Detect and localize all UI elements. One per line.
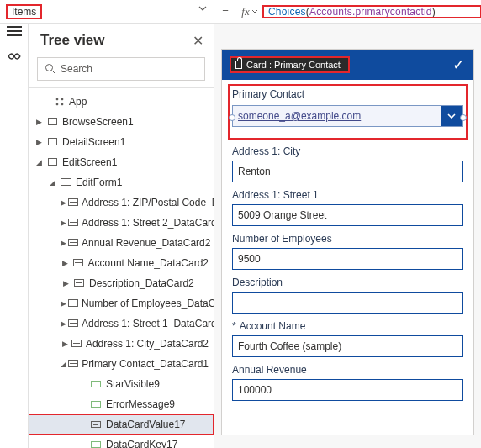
city-card[interactable]: Address 1: City xyxy=(232,145,463,182)
chevron-right-icon[interactable]: ▶ xyxy=(34,118,44,126)
phone-preview: Card : Primary Contact ✓ Primary Contact… xyxy=(221,49,474,435)
card-icon xyxy=(68,198,78,206)
tree-node-starvisible[interactable]: StarVisible9 xyxy=(29,374,214,394)
chevron-right-icon[interactable]: ▶ xyxy=(61,239,66,247)
chevron-right-icon[interactable]: ▶ xyxy=(61,219,66,227)
account-card[interactable]: *Account Name xyxy=(232,320,463,357)
description-input[interactable] xyxy=(232,292,463,314)
account-input[interactable] xyxy=(232,335,463,357)
formula-input[interactable]: Choices(Accounts.primarycontactid) xyxy=(263,6,481,18)
field-label: Description xyxy=(232,277,463,288)
field-label: Address 1: City xyxy=(232,145,463,157)
screen-icon xyxy=(48,138,57,145)
card-icon xyxy=(68,239,78,246)
chevron-down-icon[interactable]: ◢ xyxy=(34,158,44,166)
chevron-down-icon[interactable]: ◢ xyxy=(61,360,66,368)
employees-card[interactable]: Number of Employees xyxy=(232,233,463,270)
card-icon xyxy=(68,299,78,307)
control-icon xyxy=(91,441,101,448)
screen-icon xyxy=(48,158,57,166)
field-label: Primary Contact xyxy=(232,88,463,100)
field-label: Annual Revenue xyxy=(232,364,463,376)
tree-node-browse[interactable]: ▶ BrowseScreen1 xyxy=(29,112,214,132)
formula-bar: Items = fx Choices(Accounts.primaryconta… xyxy=(0,0,481,24)
hamburger-icon[interactable] xyxy=(7,30,22,32)
field-label: Number of Employees xyxy=(232,233,463,245)
tree-node-card[interactable]: ▶Annual Revenue_DataCard2 xyxy=(29,233,214,253)
tree-node-detail[interactable]: ▶ DetailScreen1 xyxy=(29,132,214,152)
tree-node-card[interactable]: ▶Address 1: Street 1_DataCard2 xyxy=(29,314,214,334)
chevron-right-icon[interactable]: ▶ xyxy=(61,340,69,348)
primary-contact-combobox[interactable]: someone_a@example.com xyxy=(232,103,463,132)
field-label: *Account Name xyxy=(232,320,463,332)
close-icon[interactable]: ✕ xyxy=(193,33,204,49)
input-icon xyxy=(91,421,101,428)
canvas: Card : Primary Contact ✓ Primary Contact… xyxy=(214,24,481,448)
chevron-right-icon[interactable]: ▶ xyxy=(61,259,70,267)
tree-node-card[interactable]: ▶Number of Employees_DataCard2 xyxy=(29,293,214,314)
property-dropdown[interactable]: Items xyxy=(0,0,214,24)
tree-node-card[interactable]: ▶Account Name_DataCard2 xyxy=(29,253,214,273)
chevron-right-icon[interactable]: ▶ xyxy=(61,198,66,207)
tree-node-card[interactable]: ▶Description_DataCard2 xyxy=(29,273,214,293)
revenue-card[interactable]: Annual Revenue xyxy=(232,364,463,401)
street1-input[interactable] xyxy=(232,204,463,226)
tree-view-panel: Tree view ✕ Search App ▶ BrowseScreen1 ▶… xyxy=(29,24,214,448)
card-icon xyxy=(68,219,78,226)
tree-node-errormessage[interactable]: ErrorMessage9 xyxy=(29,394,214,414)
search-icon xyxy=(45,63,56,74)
card-icon xyxy=(68,319,78,327)
field-label: Address 1: Street 1 xyxy=(232,189,463,201)
tree-view-title: Tree view xyxy=(40,32,105,49)
tree-node-form[interactable]: ◢ EditForm1 xyxy=(29,172,214,192)
tree-node-card[interactable]: ▶Address 1: Street 2_DataCard2 xyxy=(29,213,214,233)
chevron-down-icon[interactable] xyxy=(441,106,462,126)
tree-node-edit[interactable]: ◢ EditScreen1 xyxy=(29,152,214,172)
tree-node-card[interactable]: ▶Address 1: City_DataCard2 xyxy=(29,334,214,354)
search-input[interactable]: Search xyxy=(37,57,205,81)
fx-icon[interactable]: fx xyxy=(236,5,263,18)
svg-line-1 xyxy=(52,71,55,73)
employees-input[interactable] xyxy=(232,248,463,270)
chevron-right-icon[interactable]: ▶ xyxy=(61,299,66,308)
combobox-value[interactable]: someone_a@example.com xyxy=(233,106,441,126)
tree-node-app[interactable]: App xyxy=(29,92,214,112)
screen-icon xyxy=(48,118,57,125)
description-card[interactable]: Description xyxy=(232,277,463,314)
card-icon xyxy=(74,279,84,287)
city-input[interactable] xyxy=(232,161,463,182)
control-icon xyxy=(91,381,101,387)
form-icon xyxy=(61,178,71,187)
card-icon xyxy=(71,340,82,347)
left-rail xyxy=(0,24,29,448)
svg-point-0 xyxy=(46,65,53,71)
card-icon xyxy=(68,360,78,367)
tree-node-primary-contact-card[interactable]: ◢Primary Contact_DataCard1 xyxy=(29,354,214,374)
tree-node-datacardvalue[interactable]: DataCardValue17 xyxy=(29,414,214,435)
street1-card[interactable]: Address 1: Street 1 xyxy=(232,189,463,226)
chevron-right-icon[interactable]: ▶ xyxy=(34,138,44,146)
tree-body: App ▶ BrowseScreen1 ▶ DetailScreen1 ◢ Ed… xyxy=(29,92,214,448)
chevron-right-icon[interactable]: ▶ xyxy=(61,319,66,328)
equals-label: = xyxy=(214,5,236,18)
chevron-down-icon[interactable]: ◢ xyxy=(47,178,57,187)
primary-contact-card[interactable]: Primary Contact someone_a@example.com xyxy=(229,85,467,139)
chevron-down-icon xyxy=(198,6,207,11)
revenue-input[interactable] xyxy=(232,379,463,401)
submit-check-icon[interactable]: ✓ xyxy=(452,55,465,74)
tree-node-datacardkey[interactable]: DataCardKey17 xyxy=(29,435,214,448)
tree-view-rail-button[interactable] xyxy=(2,44,27,69)
card-tag: Card : Primary Contact xyxy=(230,57,349,72)
lock-icon xyxy=(235,61,242,69)
property-name: Items xyxy=(7,5,41,18)
card-icon xyxy=(73,259,83,266)
phone-header: Card : Primary Contact ✓ xyxy=(222,50,473,80)
app-icon xyxy=(55,97,64,106)
tree-node-card[interactable]: ▶Address 1: ZIP/Postal Code_DataCard2 xyxy=(29,192,214,213)
control-icon xyxy=(91,401,101,408)
chevron-right-icon[interactable]: ▶ xyxy=(61,279,71,287)
